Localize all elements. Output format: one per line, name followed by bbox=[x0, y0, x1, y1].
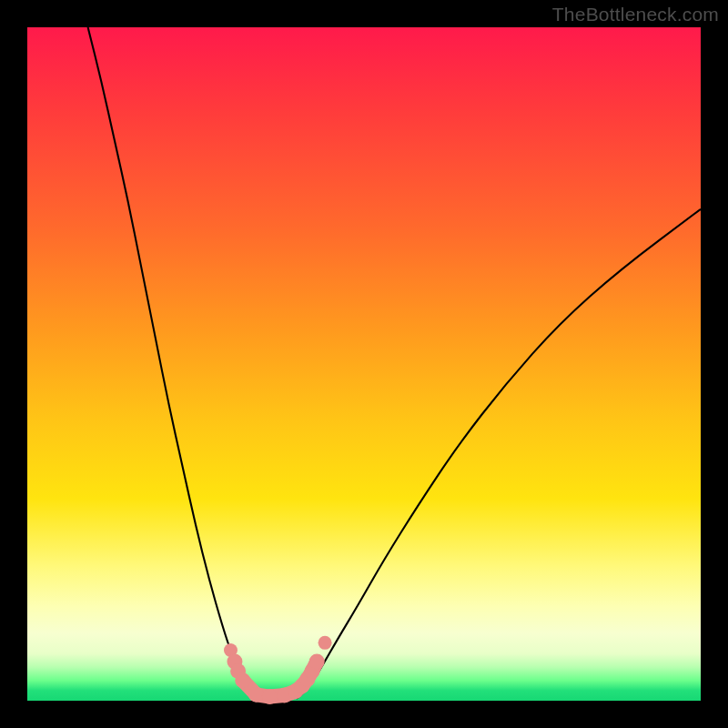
chart-svg bbox=[27, 27, 701, 701]
curve-left bbox=[88, 27, 262, 699]
curve-right bbox=[297, 209, 701, 699]
plot-area bbox=[27, 27, 701, 701]
chart-frame: TheBottleneck.com bbox=[0, 0, 728, 728]
marker-dot bbox=[318, 636, 332, 650]
marker-dot bbox=[309, 654, 325, 670]
marker-dot bbox=[262, 689, 278, 704]
marker-dot bbox=[235, 672, 250, 688]
marker-dot bbox=[248, 687, 264, 703]
watermark-text: TheBottleneck.com bbox=[552, 4, 719, 25]
marker-group bbox=[224, 636, 332, 704]
